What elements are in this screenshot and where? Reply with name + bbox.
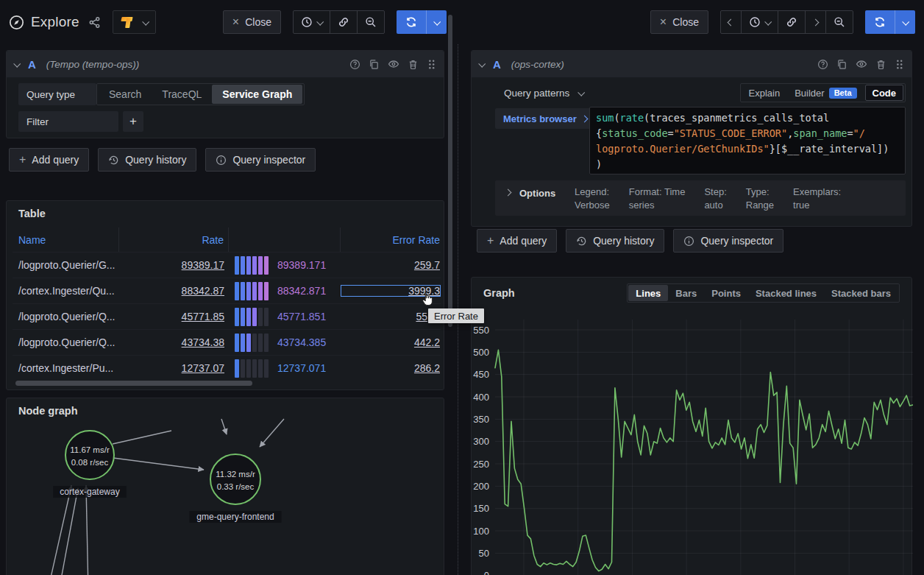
run-interval-dropdown[interactable]: [426, 10, 447, 34]
chevron-down-icon[interactable]: [578, 88, 586, 96]
tab-stacked-bars[interactable]: Stacked bars: [824, 285, 898, 301]
query-inspector-button[interactable]: Query inspector: [205, 148, 316, 172]
query-history-button[interactable]: Query history: [566, 229, 664, 253]
col-header-rate[interactable]: Rate: [119, 227, 229, 252]
close-left-pane-button[interactable]: × Close: [223, 10, 281, 34]
col-header-name[interactable]: Name: [13, 227, 119, 252]
link-split-button[interactable]: [330, 11, 357, 33]
error-rate-link[interactable]: 259.7: [414, 259, 440, 271]
query-history-button[interactable]: Query history: [98, 148, 196, 172]
error-rate-link[interactable]: 286.2: [414, 362, 440, 374]
table-panel-title: Table: [7, 201, 444, 219]
share-icon[interactable]: [88, 16, 101, 29]
tab-explain[interactable]: Explain: [742, 85, 787, 101]
metrics-browser-button[interactable]: Metrics browser: [495, 108, 595, 129]
rate-link[interactable]: 12737.07: [182, 362, 224, 374]
add-query-button[interactable]: + Add query: [477, 229, 557, 253]
toolbar-left: Explore × Close: [0, 0, 458, 44]
query-options-bar[interactable]: Options Legend:Verbose Format: Timeserie…: [495, 180, 906, 216]
error-rate-link[interactable]: 55: [416, 311, 427, 322]
filter-label: Filter: [18, 111, 118, 132]
cell-rate: 88342.87: [119, 285, 229, 297]
node-stat-rate: 0.33 r/sec: [217, 482, 255, 491]
add-query-button[interactable]: + Add query: [9, 148, 89, 172]
delete-query-trash-button[interactable]: [875, 59, 886, 70]
y-axis-tick-label: 400: [473, 392, 489, 403]
query-patterns-label[interactable]: Query patterns: [504, 88, 569, 99]
close-right-pane-button[interactable]: × Close: [650, 10, 708, 34]
code-line: {status_code="STATUS_CODE_ERROR",span_na…: [596, 126, 899, 141]
cell-rate: 12737.07: [119, 362, 229, 374]
tab-traceql[interactable]: TraceQL: [152, 85, 212, 104]
node-label: gme-query-frontend: [196, 512, 274, 522]
tab-points[interactable]: Points: [704, 285, 748, 301]
tab-bars[interactable]: Bars: [668, 285, 704, 301]
help-button[interactable]: [817, 59, 828, 70]
service-node[interactable]: [65, 431, 114, 479]
query-row-actions: [817, 58, 904, 70]
node-graph-edge: [260, 419, 284, 447]
delete-query-trash-button[interactable]: [408, 59, 419, 70]
run-query-button[interactable]: [397, 10, 426, 34]
tab-code[interactable]: Code: [865, 85, 904, 101]
scrollbar-thumb[interactable]: [15, 381, 252, 386]
collapse-chevron-icon[interactable]: [13, 60, 21, 67]
drag-handle-icon[interactable]: [895, 59, 904, 70]
cell-rate: 45771.85: [119, 311, 229, 322]
link-split-button[interactable]: [778, 11, 805, 33]
node-graph-edge: [221, 419, 227, 434]
col-header-error-rate[interactable]: Error Rate: [341, 234, 441, 246]
disable-query-eye-button[interactable]: [856, 58, 867, 70]
tab-search[interactable]: Search: [99, 85, 152, 104]
option-step: Step:auto: [704, 186, 726, 212]
options-label: Options: [519, 188, 555, 199]
tab-lines[interactable]: Lines: [628, 285, 668, 301]
table-panel: Table Name Rate Error Rate /logproto.Que…: [6, 200, 444, 390]
rate-link[interactable]: 88342.87: [182, 285, 224, 297]
tab-service-graph[interactable]: Service Graph: [212, 85, 302, 104]
query-row-header[interactable]: A (ops-cortex): [472, 51, 911, 77]
led-gauge: [235, 256, 269, 275]
add-filter-button[interactable]: +: [123, 111, 143, 132]
query-row-header[interactable]: A (Tempo (tempo-ops)): [7, 51, 444, 77]
tab-builder[interactable]: Builder Beta: [788, 85, 863, 101]
table-row: /logproto.Querier/Q...45771.8545771.8515…: [13, 303, 441, 329]
drag-handle-icon[interactable]: [427, 59, 436, 70]
rate-link[interactable]: 43734.38: [182, 336, 224, 348]
cell-rate: 89389.17: [119, 259, 229, 271]
node-stat-ms: 11.67 ms/r: [70, 445, 110, 454]
col-header-gauge[interactable]: [229, 227, 341, 252]
zoom-out-button[interactable]: [825, 11, 853, 33]
query-datasource-name: (Tempo (tempo-ops)): [46, 59, 139, 70]
query-inspector-button[interactable]: Query inspector: [673, 229, 783, 253]
time-shift-back-button[interactable]: [721, 11, 741, 33]
builder-label: Builder: [795, 88, 824, 99]
y-axis-tick-label: 100: [473, 526, 489, 537]
left-pane-scrollbar[interactable]: [448, 15, 452, 327]
datasource-picker[interactable]: [113, 10, 156, 34]
copy-query-button[interactable]: [369, 59, 380, 70]
run-query-split-button: [865, 10, 915, 34]
promql-code-editor[interactable]: sum(rate(traces_spanmetrics_calls_total{…: [589, 107, 906, 174]
disable-query-eye-button[interactable]: [388, 58, 399, 70]
help-button[interactable]: [349, 59, 360, 70]
collapse-chevron-icon[interactable]: [478, 60, 486, 67]
tab-stacked-lines[interactable]: Stacked lines: [748, 285, 824, 301]
copy-query-button[interactable]: [836, 59, 847, 70]
time-picker-button[interactable]: [741, 11, 778, 33]
rate-link[interactable]: 45771.85: [182, 311, 224, 322]
table-horizontal-scrollbar[interactable]: [15, 381, 441, 386]
node-stat-ms: 11.32 ms/r: [216, 470, 255, 479]
run-query-button[interactable]: [865, 10, 895, 34]
node-graph-canvas[interactable]: 11.67 ms/r0.08 r/seccortex-gateway11.32 …: [7, 416, 444, 575]
service-node[interactable]: [210, 454, 260, 504]
rate-link[interactable]: 89389.17: [182, 259, 224, 271]
time-picker-button[interactable]: [294, 11, 330, 33]
zoom-out-button[interactable]: [357, 11, 384, 33]
option-exemplars: Exemplars:true: [793, 186, 841, 212]
run-interval-dropdown[interactable]: [895, 10, 915, 34]
time-shift-forward-button[interactable]: [805, 11, 825, 33]
plus-icon: +: [19, 153, 26, 166]
error-rate-link[interactable]: 442.2: [414, 336, 440, 348]
gauge-value: 12737.071: [277, 362, 326, 374]
